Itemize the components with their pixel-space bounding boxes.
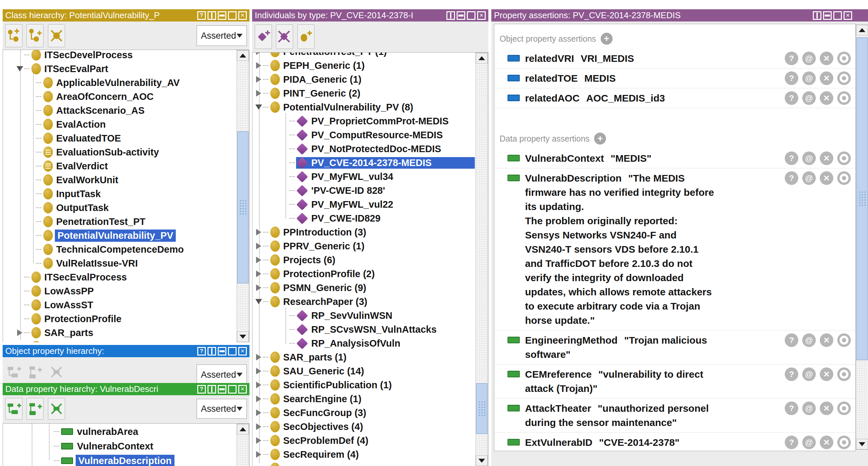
collapse-toggle-icon[interactable] [254, 103, 263, 112]
add-object-property-assertion-button[interactable]: + [601, 33, 613, 45]
tree-item[interactable]: LowAssPP [3, 284, 236, 298]
tree-item[interactable]: EvalWorkUnit [3, 173, 236, 187]
delete-assertion-button[interactable]: ✕ [820, 436, 833, 449]
scrollbar-thumb[interactable] [476, 383, 487, 434]
assertions-scrollbar[interactable] [856, 25, 868, 450]
tree-item[interactable]: AttackScenario_AS [3, 104, 236, 117]
panel-help-button[interactable] [197, 11, 206, 20]
tree-item[interactable]: PINT_Generic (2) [252, 86, 475, 100]
annotate-assertion-button[interactable]: @ [802, 402, 816, 415]
add-sub-property-button[interactable] [5, 398, 23, 420]
edit-assertion-button[interactable] [837, 333, 851, 347]
tree-item[interactable]: SecObjectives (4) [252, 420, 475, 434]
explain-assertion-button[interactable]: ? [785, 171, 798, 185]
tree-item[interactable]: PV_MyFWL_vul34 [252, 170, 475, 183]
expand-toggle-icon[interactable] [254, 256, 263, 264]
data-property-tree-scrollbar[interactable] [237, 424, 249, 466]
scroll-up-button[interactable] [476, 53, 488, 63]
explain-assertion-button[interactable]: ? [785, 402, 798, 415]
edit-assertion-button[interactable] [837, 436, 851, 449]
tree-item[interactable]: PIDA_Generic (1) [252, 72, 475, 86]
add-subclass-button[interactable] [5, 24, 23, 47]
edit-assertion-button[interactable] [837, 71, 851, 85]
tree-item[interactable]: VulnerabContext [3, 439, 236, 454]
expand-toggle-icon[interactable] [254, 450, 263, 459]
add-sub-property-button[interactable] [5, 360, 23, 383]
individuals-titlebar[interactable]: Individuals by type: PV_CVE-2014-2378-I [252, 9, 488, 22]
tree-item[interactable]: EvaluationSub-activity [3, 145, 236, 159]
delete-property-button[interactable] [48, 398, 65, 420]
tree-item[interactable]: ITSecDevelProcess [3, 50, 236, 62]
panel-float-button[interactable] [228, 11, 237, 20]
panel-minimize-button[interactable] [457, 11, 465, 20]
tree-item[interactable]: ITSecEvalProcess [3, 270, 236, 284]
tree-item[interactable]: SAR_parts (1) [252, 350, 475, 364]
tree-item[interactable]: ResearchPaper (3) [252, 295, 475, 309]
tree-item[interactable]: ApplicableVulnerability_AV [3, 76, 236, 90]
annotate-assertion-button[interactable]: @ [802, 368, 816, 381]
tree-item[interactable] [252, 461, 475, 466]
panel-float-button[interactable] [833, 11, 842, 20]
individuals-tree-scrollbar[interactable] [475, 53, 488, 466]
tree-item[interactable]: PV_MyFWL_vul22 [252, 198, 475, 211]
expand-toggle-icon[interactable] [254, 436, 263, 445]
object-property-assertion-row[interactable]: relatedAOCAOC_MEDIS_id3?@✕ [494, 88, 856, 108]
delete-assertion-button[interactable]: ✕ [820, 368, 833, 381]
expand-toggle-icon[interactable] [254, 269, 263, 278]
tree-item[interactable]: OutputTask [3, 201, 236, 215]
scroll-up-button[interactable] [237, 50, 249, 61]
panel-close-button[interactable] [843, 11, 852, 20]
tree-item[interactable]: LowAssST [3, 298, 236, 312]
data-property-assertion-row[interactable]: VulnerabContext"MEDIS"?@✕ [494, 148, 856, 168]
annotate-assertion-button[interactable]: @ [802, 52, 816, 65]
edit-assertion-button[interactable] [837, 171, 851, 185]
tree-item[interactable]: PV_NotProtectedDoc-MEDIS [252, 142, 475, 156]
object-property-assertion-row[interactable]: relatedVRIVRI_MEDIS?@✕ [494, 49, 856, 68]
expand-toggle-icon[interactable] [254, 228, 263, 236]
explain-assertion-button[interactable]: ? [785, 91, 798, 105]
edit-assertion-button[interactable] [837, 402, 851, 415]
annotate-assertion-button[interactable]: @ [802, 333, 816, 347]
tree-item[interactable]: SecProblemDef (4) [252, 434, 475, 447]
explain-assertion-button[interactable]: ? [785, 71, 798, 85]
add-sibling-class-button[interactable] [26, 24, 43, 47]
hierarchy-view-dropdown[interactable]: Asserted [196, 26, 247, 46]
tree-item[interactable]: EvalVerdict [3, 159, 236, 173]
tree-item[interactable]: RP_SevVulinWSN [252, 309, 475, 322]
panel-close-button[interactable] [477, 11, 486, 20]
expand-toggle-icon[interactable] [254, 423, 263, 431]
panel-close-button[interactable] [238, 347, 247, 355]
edit-assertion-button[interactable] [837, 151, 851, 165]
expand-toggle-icon[interactable] [254, 75, 263, 84]
tree-item[interactable]: ProtectionProfile (2) [252, 267, 475, 281]
tree-item[interactable]: PotentialVulnerability_PV (8) [252, 100, 475, 114]
expand-toggle-icon[interactable] [254, 408, 263, 417]
expand-toggle-icon[interactable] [254, 367, 263, 375]
tree-item[interactable]: RP_SCvsWSN_VulnAttacks [252, 322, 475, 337]
tree-item[interactable]: ITSecEvalPart [3, 62, 236, 76]
annotate-assertion-button[interactable]: @ [802, 71, 816, 85]
delete-assertion-button[interactable]: ✕ [820, 402, 833, 415]
panel-help-button[interactable] [197, 385, 206, 394]
edit-assertion-button[interactable] [837, 52, 851, 65]
delete-assertion-button[interactable]: ✕ [820, 91, 833, 105]
hierarchy-view-dropdown[interactable]: Asserted [196, 399, 247, 419]
object-property-hierarchy-titlebar[interactable]: Object property hierarchy: [3, 345, 249, 357]
panel-close-button[interactable] [238, 11, 247, 20]
panel-minimize-button[interactable] [218, 385, 226, 394]
expand-toggle-icon[interactable] [254, 242, 263, 250]
tree-item[interactable]: SAU_Generic (14) [252, 364, 475, 378]
expand-toggle-icon[interactable] [254, 53, 263, 56]
expand-toggle-icon[interactable] [254, 395, 263, 403]
class-hierarchy-titlebar[interactable]: Class hierarchy: PotentialVulnerability_… [3, 9, 249, 22]
panel-split-button[interactable] [446, 11, 455, 20]
delete-assertion-button[interactable]: ✕ [820, 151, 833, 165]
tree-item[interactable] [3, 340, 236, 342]
hierarchy-view-dropdown[interactable]: Asserted [196, 365, 247, 383]
tree-item[interactable]: PPRV_Generic (1) [252, 239, 475, 253]
expand-toggle-icon[interactable] [254, 284, 263, 292]
data-property-assertion-row[interactable]: VulnerabDescription"The MEDIS firmware h… [494, 168, 856, 330]
expand-toggle-icon[interactable] [254, 89, 263, 97]
tree-item[interactable]: EvaluatedTOE [3, 131, 236, 145]
scrollbar-thumb[interactable] [857, 37, 868, 360]
